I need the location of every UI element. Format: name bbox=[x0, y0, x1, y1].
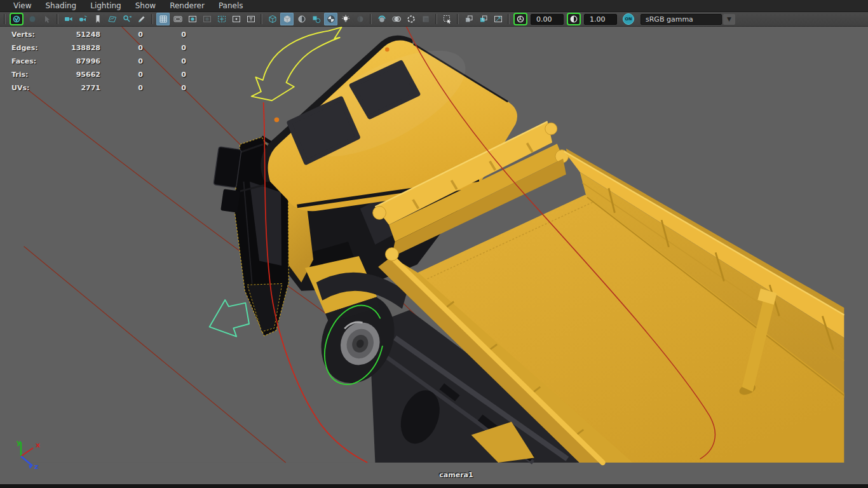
clearance-light bbox=[275, 118, 280, 123]
shaded-icon[interactable] bbox=[280, 13, 294, 25]
gate-mask-icon[interactable] bbox=[200, 13, 214, 25]
film-gate-icon[interactable] bbox=[171, 13, 184, 25]
gamma-field[interactable]: 1.00 bbox=[584, 14, 617, 25]
selection-highlight-icon[interactable] bbox=[40, 13, 53, 25]
hud-row-tris: Tris: 95662 0 0 bbox=[11, 68, 186, 81]
safe-title-icon[interactable] bbox=[244, 13, 257, 25]
pan-zoom-icon[interactable] bbox=[120, 13, 133, 25]
camera-label: camera1 bbox=[439, 471, 473, 479]
shadows-icon[interactable] bbox=[353, 13, 367, 25]
resolution-gate-icon[interactable] bbox=[186, 13, 199, 25]
field-chart-icon[interactable] bbox=[215, 13, 228, 25]
hud-row-uvs: UVs: 2771 0 0 bbox=[11, 81, 186, 95]
grid-icon[interactable] bbox=[156, 13, 170, 25]
select-camera-icon[interactable] bbox=[62, 13, 75, 25]
separator bbox=[57, 14, 58, 24]
hud-row-verts: Verts: 51248 0 0 bbox=[11, 28, 186, 41]
view-transform-on-button[interactable]: ON bbox=[623, 13, 634, 25]
axis-z-label: z bbox=[34, 463, 38, 471]
scene-3d bbox=[0, 27, 868, 484]
wireframe-icon[interactable] bbox=[266, 13, 279, 25]
exposure-icon[interactable] bbox=[515, 14, 526, 24]
toolbar-icons bbox=[1, 12, 512, 26]
menu-renderer[interactable]: Renderer bbox=[163, 0, 212, 11]
occlusion-icon[interactable] bbox=[375, 13, 388, 25]
separator bbox=[261, 14, 262, 24]
maya-viewport-panel: View Shading Lighting Show Renderer Pane… bbox=[0, 0, 868, 488]
renderer-override-icon[interactable] bbox=[11, 14, 22, 24]
textured-icon[interactable] bbox=[324, 13, 337, 25]
hud-row-faces: Faces: 87996 0 0 bbox=[11, 55, 186, 68]
motion-blur-icon[interactable] bbox=[390, 13, 403, 25]
separator bbox=[508, 14, 510, 24]
safe-action-icon[interactable] bbox=[229, 13, 243, 25]
lighting-off-icon[interactable] bbox=[25, 13, 39, 25]
separator bbox=[151, 14, 153, 24]
panel-menu-bar: View Shading Lighting Show Renderer Pane… bbox=[0, 0, 868, 12]
axis-indicator: y x z bbox=[9, 437, 47, 473]
panel-toolbar: 0.00 1.00 ON sRGB gamma ▼ bbox=[0, 12, 868, 27]
bookmark-view-icon[interactable] bbox=[91, 13, 104, 25]
menu-panels[interactable]: Panels bbox=[212, 0, 250, 11]
isolate-select-icon[interactable] bbox=[440, 13, 454, 25]
hud-row-edges: Edges: 138828 0 0 bbox=[11, 41, 186, 55]
hud-poly-count: Verts: 51248 0 0 Edges: 138828 0 0 Faces… bbox=[11, 28, 186, 95]
gamma-icon[interactable] bbox=[568, 14, 580, 24]
axis-x-label: x bbox=[36, 441, 40, 449]
xray-icon[interactable] bbox=[462, 13, 475, 25]
separator bbox=[457, 14, 459, 24]
separator bbox=[370, 14, 372, 24]
xray-joints-icon[interactable] bbox=[477, 13, 490, 25]
menu-lighting[interactable]: Lighting bbox=[83, 0, 128, 11]
menu-shading[interactable]: Shading bbox=[38, 0, 83, 11]
viewport-camera1[interactable]: Verts: 51248 0 0 Edges: 138828 0 0 Faces… bbox=[0, 27, 868, 484]
default-material-icon[interactable] bbox=[309, 13, 323, 25]
separator bbox=[435, 14, 437, 24]
exposure-field[interactable]: 0.00 bbox=[531, 14, 564, 25]
image-plane-icon[interactable] bbox=[105, 13, 119, 25]
menu-view[interactable]: View bbox=[6, 0, 38, 11]
image-output-icon[interactable] bbox=[491, 13, 505, 25]
panel-bottom-edge bbox=[0, 484, 868, 488]
clearance-light bbox=[385, 48, 390, 52]
wireframe-on-shaded-icon[interactable] bbox=[295, 13, 308, 25]
anti-aliasing-icon[interactable] bbox=[404, 13, 417, 25]
color-space-dropdown[interactable]: sRGB gamma bbox=[641, 14, 722, 25]
chevron-down-icon[interactable]: ▼ bbox=[723, 14, 735, 25]
menu-show[interactable]: Show bbox=[128, 0, 163, 11]
lighting-icon[interactable] bbox=[339, 13, 352, 25]
grease-pencil-icon[interactable] bbox=[135, 13, 148, 25]
depth-of-field-icon[interactable] bbox=[419, 13, 432, 25]
panel-grip bbox=[4, 14, 6, 24]
axis-y-label: y bbox=[17, 438, 21, 447]
camera-attributes-icon[interactable] bbox=[76, 13, 90, 25]
